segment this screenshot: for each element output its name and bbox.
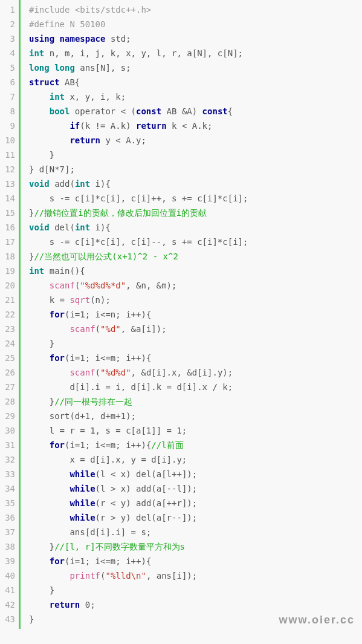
token-fn: s -= c[i]*c[i], c[i]++, s += c[i]*c[i]; [29, 194, 248, 203]
line-number: 24 [2, 336, 15, 351]
line-number: 2 [2, 17, 15, 31]
token-fn: (i=1; i<=m; i++){ [65, 353, 151, 363]
code-line: for(i=1; i<=n; i++){ [29, 307, 356, 322]
token-pp: #include <bits/stdc++.h> [29, 5, 151, 15]
token-fn: add( [50, 179, 75, 189]
token-fn: k < A.k; [167, 121, 213, 131]
token-cm: //同一根号排在一起 [54, 397, 132, 406]
token-kw: const [136, 106, 161, 116]
line-number: 21 [2, 293, 15, 307]
token-fn: } [29, 397, 54, 406]
watermark: www.oier.cc [279, 614, 355, 626]
token-kw: while [69, 498, 95, 508]
code-line: }//[l, r]不同数字数量平方和为s [29, 539, 356, 554]
line-number: 37 [2, 525, 15, 539]
code-line: s -= c[i]*c[i], c[i]++, s += c[i]*c[i]; [29, 191, 356, 206]
line-number: 18 [2, 249, 15, 264]
line-number: 26 [2, 365, 15, 380]
token-fn [29, 498, 69, 508]
token-fn: del( [50, 223, 75, 232]
code-line: for(i=1; i<=m; i++){//l前面 [29, 438, 356, 452]
code-line: return 0; [29, 597, 356, 612]
token-kw: namespace [60, 34, 106, 44]
token-cm: //l前面 [151, 440, 183, 450]
code-line: } d[N*7]; [29, 162, 356, 177]
token-ty: long [29, 63, 50, 73]
code-line: k = sqrt(n); [29, 293, 356, 307]
token-ty: bool [50, 106, 70, 116]
line-number: 10 [2, 133, 15, 148]
code-line: x = d[i].x, y = d[i].y; [29, 452, 356, 467]
token-fn [29, 106, 50, 116]
code-line: ans[d[i].i] = s; [29, 525, 356, 539]
token-fn: AB{ [60, 77, 80, 87]
line-number: 34 [2, 481, 15, 496]
line-number: 16 [2, 220, 15, 235]
token-fn: (l < x) del(a[l++]); [95, 469, 198, 479]
line-number: 9 [2, 119, 15, 133]
token-fn [29, 281, 50, 290]
line-number: 35 [2, 496, 15, 510]
token-fn: (r < y) add(a[++r]); [95, 498, 198, 508]
line-number: 13 [2, 177, 15, 191]
code-line: long long ans[N], s; [29, 60, 356, 75]
token-fn [29, 469, 69, 479]
token-fn [29, 600, 50, 610]
token-fn: y < A.y; [100, 135, 146, 145]
token-cm: //撤销位置i的贡献，修改后加回位置i的贡献 [34, 208, 207, 218]
token-fn: n, m, i, j, k, x, y, l, r, a[N], c[N]; [44, 48, 243, 58]
token-fn: (i=1; i<=m; i++){ [65, 556, 151, 566]
token-ty: int [75, 223, 90, 232]
code-line: }//同一根号排在一起 [29, 394, 356, 409]
code-line: void del(int i){ [29, 220, 356, 235]
token-fn [29, 484, 69, 493]
token-fn: , ans[i]); [146, 571, 197, 581]
code-line: sort(d+1, d+m+1); [29, 409, 356, 423]
line-number: 33 [2, 467, 15, 481]
token-fn: } [29, 614, 34, 624]
token-fn: std; [105, 34, 131, 44]
token-kw: struct [29, 77, 60, 87]
line-number: 30 [2, 423, 15, 438]
token-fn: { [228, 106, 233, 116]
token-fn: } d[N*7]; [29, 164, 75, 174]
line-number-gutter: 1234567891011121314151617181920212223242… [0, 0, 21, 629]
token-fn: ( [95, 324, 100, 334]
token-fn [29, 440, 50, 450]
line-number: 1 [2, 2, 15, 17]
code-line: }//当然也可以用公式(x+1)^2 - x^2 [29, 249, 356, 264]
token-kw: for [50, 556, 65, 566]
line-number: 32 [2, 452, 15, 467]
line-number: 19 [2, 264, 15, 278]
token-kw: const [202, 106, 228, 116]
code-line: } [29, 148, 356, 162]
token-fn: s -= c[i]*c[i], c[i]--, s += c[i]*c[i]; [29, 237, 248, 247]
token-fn: l = r = 1, s = c[a[1]] = 1; [29, 426, 187, 435]
token-fn: k = [29, 295, 69, 305]
token-pp: #define N 50100 [29, 19, 105, 29]
token-fn: main(){ [44, 266, 85, 276]
token-ty: void [29, 223, 50, 232]
token-fn [29, 92, 50, 102]
token-fn: i){ [90, 179, 111, 189]
token-fn [29, 513, 69, 522]
token-fn [29, 135, 69, 145]
token-fn: operator < ( [69, 106, 136, 116]
token-ty: int [29, 266, 44, 276]
token-fn: (n); [90, 295, 111, 305]
token-kw: using [29, 34, 54, 44]
token-fn: (k != A.k) [80, 121, 136, 131]
token-kw: for [50, 440, 65, 450]
code-line: l = r = 1, s = c[a[1]] = 1; [29, 423, 356, 438]
token-fn [29, 324, 69, 334]
token-fn: } [29, 150, 54, 160]
token-ty: long [54, 63, 75, 73]
code-line: bool operator < (const AB &A) const{ [29, 104, 356, 119]
code-line: #include <bits/stdc++.h> [29, 2, 356, 17]
token-fn: x = d[i].x, y = d[i].y; [29, 455, 187, 464]
token-fn: (i=1; i<=m; i++){ [65, 440, 151, 450]
line-number: 23 [2, 322, 15, 336]
line-number: 36 [2, 510, 15, 525]
token-kw: for [50, 310, 65, 319]
line-number: 14 [2, 191, 15, 206]
